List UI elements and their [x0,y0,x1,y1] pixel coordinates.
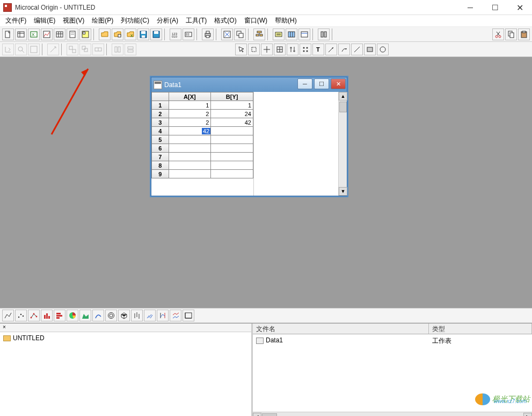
data-selector-tool[interactable] [287,44,298,55]
new-notes-button[interactable] [67,28,78,40]
row-header[interactable]: 8 [152,161,169,170]
text-tool[interactable]: T [312,44,324,55]
curved-arrow-tool[interactable] [338,44,350,55]
cell[interactable]: 42 [211,118,253,127]
panel-close-button[interactable]: × [1,325,8,331]
ternary-plot-button[interactable] [105,310,117,321]
cell[interactable]: 2 [169,118,211,127]
close-button[interactable]: ✕ [507,0,532,15]
menu-edit[interactable]: 编辑(E) [31,15,59,26]
arrow-tool[interactable] [325,44,337,55]
cell[interactable] [169,153,211,161]
vector-plot-button[interactable] [144,310,156,321]
column-plot-button[interactable] [41,310,53,321]
paste-button[interactable] [518,28,530,40]
circle-tool[interactable] [377,44,389,55]
cell[interactable] [211,127,253,135]
cell[interactable] [169,135,211,144]
worksheet-grid[interactable]: A[X] B[Y] 111 2224 3242 442 5 6 7 8 9 [151,92,253,196]
axis-zoom-button[interactable] [47,44,59,55]
results-log-button[interactable] [273,28,285,40]
menu-help[interactable]: 帮助(H) [272,15,300,26]
bar-plot-button[interactable] [54,310,65,321]
maximize-button[interactable]: ☐ [483,0,507,15]
template-plot-button[interactable] [183,310,194,321]
scroll-up-button[interactable]: ▲ [339,92,347,101]
worksheet-minimize-button[interactable]: ─ [297,78,312,89]
cell[interactable] [211,144,253,153]
project-root-node[interactable]: UNTITLED [13,334,45,342]
data-reader-tool[interactable] [261,44,273,55]
cell-editing[interactable]: 42 [169,127,211,135]
hscroll-thumb[interactable] [262,413,277,417]
cell[interactable]: 2 [169,110,211,118]
line-tool[interactable] [351,44,363,55]
copy-button[interactable] [505,28,517,40]
row-header[interactable]: 5 [152,135,169,144]
print-button[interactable] [202,28,214,40]
script-window-button[interactable] [298,28,310,40]
scroll-down-button[interactable]: ▼ [339,187,347,196]
scatter-plot-button[interactable] [15,310,27,321]
column-header-b[interactable]: B[Y] [211,92,253,101]
menu-column[interactable]: 列功能(C) [118,15,152,26]
row-header[interactable]: 7 [152,153,169,161]
new-worksheet-button[interactable] [15,28,27,40]
file-list-item-name[interactable]: Data1 [266,336,283,344]
open-template-button[interactable] [112,28,123,40]
worksheet-window[interactable]: Data1 ─ ☐ ✕ A[X] B[Y] 111 2224 3242 4 [151,77,347,196]
pointer-tool[interactable] [235,44,247,55]
row-header[interactable]: 2 [152,110,169,118]
stock-plot-button[interactable] [131,310,143,321]
menu-plot[interactable]: 绘图(P) [89,15,116,26]
extract-layers-button[interactable] [92,44,104,55]
cell[interactable] [169,144,211,153]
3d-plot-button[interactable] [118,310,130,321]
layer-tool-2[interactable] [125,44,136,55]
rescale-button[interactable] [2,44,14,55]
row-header[interactable]: 4 [152,127,169,135]
import-multi-ascii-button[interactable]: ≡≡ [183,28,194,40]
cell[interactable] [169,170,211,178]
add-column-button[interactable] [286,28,297,40]
cell[interactable] [211,153,253,161]
open-button[interactable] [99,28,111,40]
menu-format[interactable]: 格式(O) [211,15,239,26]
row-header[interactable]: 6 [152,144,169,153]
pie-plot-button[interactable] [67,310,78,321]
worksheet-maximize-button[interactable]: ☐ [314,78,329,89]
import-ascii-button[interactable]: 123010 [170,28,181,40]
new-excel-button[interactable]: X [28,28,40,40]
cell[interactable] [211,161,253,170]
new-layout-button[interactable] [79,28,91,40]
project-tree[interactable]: UNTITLED [0,332,251,416]
menu-file[interactable]: 文件(F) [2,15,30,26]
layer-tool-1[interactable] [112,44,123,55]
file-list[interactable]: Data1 工作表 [253,334,532,412]
recalculate-button[interactable] [318,28,330,40]
refresh-button[interactable] [221,28,233,40]
new-project-button[interactable] [2,28,14,40]
scroll-thumb[interactable] [339,102,347,112]
filename-header[interactable]: 文件名 [253,324,429,334]
scroll-right-button[interactable]: ► [523,413,532,417]
cut-button[interactable] [492,28,504,40]
menu-tools[interactable]: 工具(T) [183,15,210,26]
cell[interactable]: 24 [211,110,253,118]
column-header-a[interactable]: A[X] [169,92,211,101]
row-header[interactable]: 3 [152,118,169,127]
scroll-left-button[interactable]: ◄ [253,413,261,417]
zoom-in-button[interactable] [15,44,27,55]
polar-plot-button[interactable] [92,310,104,321]
file-list-hscrollbar[interactable]: ◄ ► [253,412,532,416]
save-template-button[interactable] [150,28,162,40]
save-button[interactable] [137,28,149,40]
row-header[interactable]: 1 [152,101,169,110]
row-header[interactable]: 9 [152,170,169,178]
rectangle-tool[interactable] [364,44,376,55]
worksheet-close-button[interactable]: ✕ [331,78,346,89]
duplicate-button[interactable] [234,28,246,40]
type-header[interactable]: 类型 [429,324,532,334]
menu-view[interactable]: 视图(V) [60,15,88,26]
double-y-plot-button[interactable] [157,310,169,321]
